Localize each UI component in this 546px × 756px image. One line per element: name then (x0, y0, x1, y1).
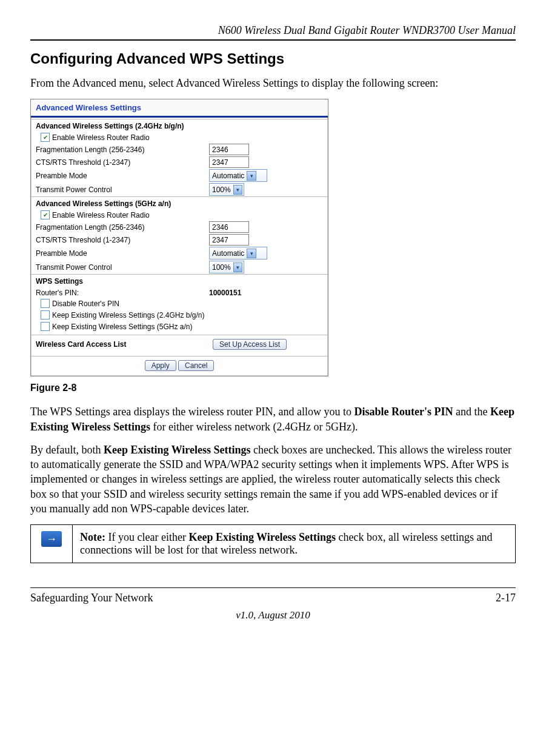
p1-text-3: for either wireless network (2.4GHz or 5… (150, 421, 358, 433)
wps-heading: WPS Settings (31, 274, 328, 287)
chevron-down-icon: ▾ (247, 171, 256, 181)
enable-radio-24-label: Enable Wireless Router Radio (52, 133, 150, 142)
p1-bold-1: Disable Router's PIN (355, 406, 453, 418)
p1-text-2: and the (453, 406, 490, 418)
preamble-5-value: Automatic (212, 249, 244, 258)
band5-heading: Advanced Wireless Settings (5GHz a/n) (31, 196, 328, 209)
manual-title: N600 Wireless Dual Band Gigabit Router W… (30, 24, 516, 37)
setup-access-list-button[interactable]: Set Up Access List (213, 339, 287, 350)
cts-24-input[interactable] (209, 156, 249, 168)
enable-radio-5-row: Enable Wireless Router Radio (31, 209, 328, 221)
p2-bold: Keep Existing Wireless Settings (104, 444, 251, 456)
advanced-wireless-panel: Advanced Wireless Settings Advanced Wire… (30, 99, 328, 376)
chevron-down-icon: ▾ (247, 249, 256, 258)
keep-24-row: Keep Existing Wireless Settings (2.4GHz … (31, 309, 328, 321)
frag-5-label: Fragmentation Length (256-2346) (36, 223, 205, 232)
note-box: → Note: If you clear either Keep Existin… (30, 524, 516, 563)
bottom-rule (30, 587, 516, 588)
cancel-button[interactable]: Cancel (178, 360, 214, 371)
router-pin-label: Router's PIN: (36, 289, 205, 297)
frag-24-input[interactable] (209, 144, 249, 155)
arrow-right-icon: → (41, 531, 62, 547)
preamble-24-value: Automatic (212, 172, 244, 180)
footer-center: v1.0, August 2010 (30, 609, 516, 621)
preamble-24-label: Preamble Mode (36, 172, 205, 180)
frag-24-label: Fragmentation Length (256-2346) (36, 146, 205, 154)
cts-24-label: CTS/RTS Threshold (1-2347) (36, 158, 205, 167)
footer-left: Safeguarding Your Network (30, 592, 153, 604)
note-icon-cell: → (31, 525, 73, 563)
router-pin-value: 10000151 (209, 289, 241, 297)
footer-right: 2-17 (496, 592, 516, 604)
top-rule (30, 39, 516, 41)
band24-heading: Advanced Wireless Settings (2.4GHz b/g/n… (31, 119, 328, 132)
p1-text: The WPS Settings area displays the wirel… (30, 406, 355, 418)
paragraph-2: By default, both Keep Existing Wireless … (30, 443, 516, 516)
keep-24-label: Keep Existing Wireless Settings (2.4GHz … (52, 311, 204, 319)
disable-pin-checkbox[interactable] (41, 299, 50, 308)
chevron-down-icon: ▾ (233, 263, 242, 272)
acl-label: Wireless Card Access List (36, 340, 205, 349)
panel-title: Advanced Wireless Settings (31, 99, 328, 116)
preamble-5-select[interactable]: Automatic ▾ (209, 247, 267, 259)
keep-5-label: Keep Existing Wireless Settings (5GHz a/… (52, 323, 192, 331)
txpower-24-select[interactable]: 100% ▾ (209, 183, 244, 196)
note-text-cell: Note: If you clear either Keep Existing … (73, 525, 516, 563)
enable-radio-24-checkbox[interactable] (41, 133, 50, 142)
panel-separator (31, 116, 328, 118)
keep-24-checkbox[interactable] (41, 310, 50, 319)
txpower-5-value: 100% (212, 263, 231, 272)
note-prefix: Note: (80, 531, 105, 543)
cts-5-input[interactable] (209, 234, 249, 246)
intro-paragraph: From the Advanced menu, select Advanced … (30, 76, 516, 90)
page-footer: Safeguarding Your Network 2-17 v1.0, Aug… (30, 587, 516, 621)
section-heading: Configuring Advanced WPS Settings (30, 50, 516, 67)
disable-pin-row: Disable Router's PIN (31, 298, 328, 309)
preamble-5-label: Preamble Mode (36, 249, 205, 258)
txpower-5-select[interactable]: 100% ▾ (209, 261, 244, 273)
apply-button[interactable]: Apply (145, 360, 176, 371)
cts-5-label: CTS/RTS Threshold (1-2347) (36, 236, 205, 244)
button-row: Apply Cancel (31, 356, 328, 376)
txpower-5-label: Transmit Power Control (36, 263, 205, 272)
keep-5-row: Keep Existing Wireless Settings (5GHz a/… (31, 321, 328, 332)
p2-text: By default, both (30, 444, 104, 456)
disable-pin-label: Disable Router's PIN (52, 299, 119, 308)
chevron-down-icon: ▾ (233, 185, 242, 195)
preamble-24-select[interactable]: Automatic ▾ (209, 169, 267, 182)
enable-radio-5-checkbox[interactable] (41, 210, 50, 219)
txpower-24-value: 100% (212, 186, 231, 194)
figure-caption: Figure 2-8 (30, 383, 516, 393)
enable-radio-24-row: Enable Wireless Router Radio (31, 132, 328, 143)
keep-5-checkbox[interactable] (41, 322, 50, 331)
note-bold: Keep Existing Wireless Settings (188, 531, 336, 543)
txpower-24-label: Transmit Power Control (36, 186, 205, 194)
enable-radio-5-label: Enable Wireless Router Radio (52, 211, 150, 219)
frag-5-input[interactable] (209, 221, 249, 233)
paragraph-1: The WPS Settings area displays the wirel… (30, 404, 516, 434)
note-text-a: If you clear either (105, 531, 188, 543)
